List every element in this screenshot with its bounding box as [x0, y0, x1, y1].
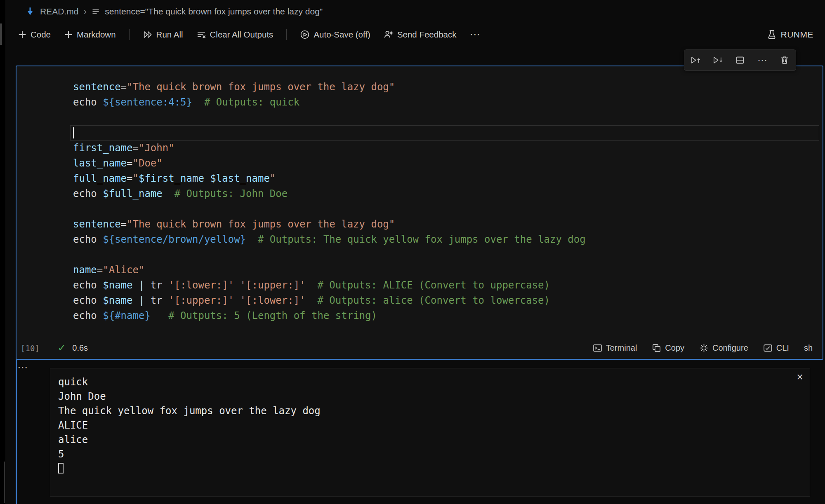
run-all-icon	[143, 30, 153, 40]
plus-icon	[64, 30, 73, 39]
code-line[interactable]: echo ${#name} # Outputs: 5 (Length of th…	[16, 308, 823, 323]
clear-all-outputs-button[interactable]: Clear All Outputs	[196, 30, 273, 40]
run-all-button[interactable]: Run All	[143, 30, 183, 40]
delete-cell-button[interactable]	[776, 52, 793, 68]
copy-button[interactable]: Copy	[652, 343, 684, 353]
output-line: John Doe	[58, 389, 810, 404]
cell-output: quickJohn DoeThe quick yellow fox jumps …	[50, 368, 810, 497]
output-line: ALICE	[58, 418, 810, 433]
code-line[interactable]: sentence="The quick brown fox jumps over…	[16, 217, 823, 232]
execution-duration: 0.6s	[72, 343, 88, 353]
feedback-person-icon	[384, 30, 394, 40]
output-line: The quick yellow fox jumps over the lazy…	[58, 404, 810, 418]
split-cell-button[interactable]	[732, 52, 748, 68]
auto-save-label: Auto-Save (off)	[314, 30, 370, 40]
runme-kernel-icon	[767, 30, 777, 40]
send-feedback-label: Send Feedback	[397, 30, 457, 40]
send-feedback-button[interactable]: Send Feedback	[384, 30, 457, 40]
plus-icon	[18, 30, 27, 39]
active-tab-indicator	[0, 23, 2, 45]
add-code-button[interactable]: Code	[18, 30, 51, 40]
code-line[interactable]: name="Alice"	[16, 263, 823, 278]
clear-outputs-icon	[196, 30, 206, 40]
code-line[interactable]: full_name="$first_name $last_name"	[16, 171, 823, 186]
execute-above-button[interactable]	[687, 52, 704, 68]
copy-label: Copy	[665, 343, 684, 353]
terminal-button[interactable]: Terminal	[593, 343, 637, 353]
cli-icon	[763, 343, 773, 353]
list-icon	[92, 7, 100, 16]
cell-status-bar: ✓ 0.6s Terminal Copy Configure CLI sh	[16, 337, 823, 359]
configure-button[interactable]: Configure	[699, 343, 748, 353]
execute-below-button[interactable]	[710, 52, 726, 68]
runme-brand: RUNME	[767, 30, 814, 40]
breadcrumb-file[interactable]: READ.md	[40, 7, 78, 16]
code-line[interactable]: echo $name | tr '[:lower:]' '[:upper:]' …	[16, 278, 823, 293]
close-output-icon[interactable]: ×	[797, 372, 803, 383]
terminal-label: Terminal	[606, 343, 637, 353]
code-line[interactable]: echo $name | tr '[:upper:]' '[:lower:]' …	[16, 293, 823, 308]
add-code-label: Code	[31, 30, 51, 40]
copy-icon	[652, 343, 661, 353]
code-line[interactable]: first_name="John"	[16, 141, 823, 156]
cell-focus-line	[16, 359, 17, 504]
gear-icon	[699, 343, 709, 353]
output-collapse-icon[interactable]: ⋯	[17, 362, 28, 373]
notebook-cell[interactable]: sentence="The quick brown fox jumps over…	[16, 66, 823, 360]
run-all-label: Run All	[156, 30, 183, 40]
text-cursor	[73, 127, 74, 138]
output-block-cursor	[58, 463, 64, 474]
auto-save-toggle[interactable]: Auto-Save (off)	[300, 30, 370, 40]
breadcrumb: READ.md › sentence="The quick brown fox …	[5, 0, 825, 23]
editor-left-edge	[0, 0, 5, 504]
language-picker[interactable]: sh	[804, 343, 813, 353]
success-check-icon: ✓	[58, 342, 66, 354]
code-line[interactable]	[16, 202, 823, 217]
add-markdown-label: Markdown	[77, 30, 116, 40]
minimap-scroll-indicator[interactable]	[4, 462, 5, 503]
code-line[interactable]: last_name="Doe"	[16, 156, 823, 171]
cell-status-actions: Terminal Copy Configure CLI sh	[593, 343, 823, 353]
code-line[interactable]: echo $full_name # Outputs: John Doe	[16, 186, 823, 202]
cell-more-actions-icon[interactable]: ⋯	[754, 52, 771, 68]
code-line[interactable]: echo ${sentence:4:5} # Outputs: quick	[16, 95, 823, 110]
code-line[interactable]	[16, 125, 823, 141]
output-line: 5	[58, 447, 810, 462]
cli-label: CLI	[776, 343, 789, 353]
output-line: quick	[58, 375, 810, 389]
toolbar-divider	[129, 29, 130, 40]
runme-brand-label: RUNME	[781, 30, 814, 40]
code-line[interactable]	[16, 110, 823, 125]
code-line[interactable]	[16, 247, 823, 263]
cli-button[interactable]: CLI	[763, 343, 789, 353]
auto-save-icon	[300, 30, 310, 40]
notebook-toolbar: Code Markdown Run All Clear All Outputs …	[5, 23, 825, 46]
breadcrumb-chevron-icon: ›	[83, 7, 87, 16]
configure-label: Configure	[712, 343, 748, 353]
toolbar-divider	[286, 29, 287, 40]
clear-all-outputs-label: Clear All Outputs	[210, 30, 273, 40]
add-markdown-button[interactable]: Markdown	[64, 30, 116, 40]
more-actions-icon[interactable]: ⋯	[469, 28, 480, 41]
breadcrumb-cell-title[interactable]: sentence="The quick brown fox jumps over…	[105, 7, 323, 16]
code-line[interactable]: sentence="The quick brown fox jumps over…	[16, 80, 823, 95]
output-line: alice	[58, 433, 810, 447]
cell-hover-toolbar: ⋯	[684, 49, 796, 71]
runme-logo-icon	[25, 7, 35, 16]
terminal-icon	[593, 343, 602, 353]
output-text: quickJohn DoeThe quick yellow fox jumps …	[50, 368, 810, 476]
language-label: sh	[804, 343, 813, 353]
code-line[interactable]: echo ${sentence/brown/yellow} # Outputs:…	[16, 232, 823, 247]
code-editor[interactable]: sentence="The quick brown fox jumps over…	[16, 80, 823, 323]
